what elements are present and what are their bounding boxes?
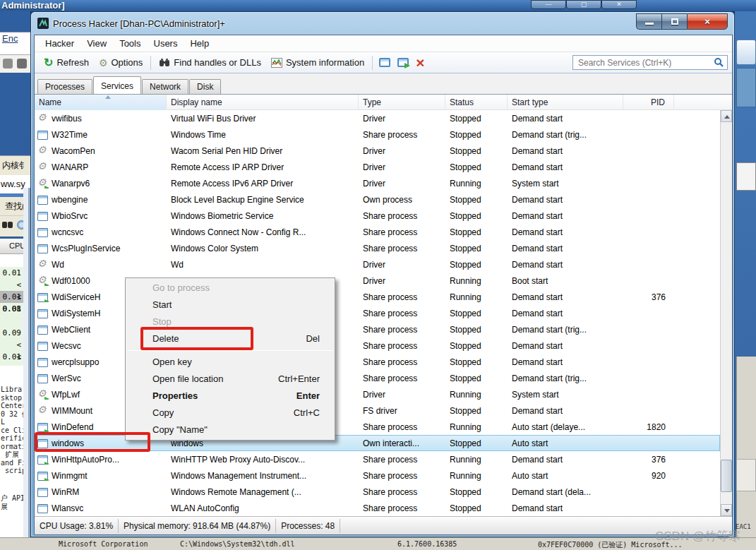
service-status: Stopped xyxy=(445,211,508,221)
column-header-pid[interactable]: PID xyxy=(623,95,674,110)
service-name: WANARP xyxy=(52,162,88,172)
scrollbar-thumb[interactable] xyxy=(721,460,732,492)
context-menu-item-copy[interactable]: Copy Ctrl+C xyxy=(126,405,335,422)
context-menu-item-copy-name[interactable]: Copy "Name" xyxy=(126,422,335,438)
service-window-arrow-icon xyxy=(397,58,409,67)
menu-help[interactable]: Help xyxy=(184,36,215,51)
scroll-down-button[interactable] xyxy=(721,504,732,516)
service-name: W32Time xyxy=(52,130,88,140)
options-button[interactable]: ⚙ Options xyxy=(94,55,148,70)
service-icon xyxy=(37,292,47,301)
service-display-name: Wacom Serial Pen HID Driver xyxy=(167,146,359,156)
context-menu-item-open-file-location[interactable]: Open file location Ctrl+Enter xyxy=(126,371,335,388)
magnifier-icon[interactable] xyxy=(714,57,724,68)
background-dll-version: 6.1.7600.16385 xyxy=(397,540,457,548)
context-menu-item-open-key[interactable]: Open key xyxy=(126,354,335,371)
service-start-type: Demand start (trig... xyxy=(508,373,623,383)
statusbar: CPU Usage: 3.81% Physical memory: 918.64… xyxy=(35,516,732,534)
background-dll-vendor: Microsoft Corporation xyxy=(59,540,148,548)
service-type: Driver xyxy=(359,146,445,156)
service-row[interactable]: Wd Wd Driver Stopped Demand start xyxy=(35,256,720,273)
service-type: Share process xyxy=(359,244,445,253)
close-button[interactable]: × xyxy=(687,13,728,30)
refresh-button[interactable]: ↻ Refresh xyxy=(39,55,94,70)
service-display-name: WLAN AutoConfig xyxy=(167,503,359,513)
context-menu-item-label: Copy "Name" xyxy=(152,424,208,435)
tab-processes[interactable]: Processes xyxy=(37,79,92,94)
toolbar: ↻ Refresh ⚙ Options Find handles or DLLs xyxy=(35,52,732,73)
background-find-fragment: 查找( xyxy=(5,201,25,213)
service-name: WebClient xyxy=(52,325,90,335)
service-type: Share process xyxy=(359,487,445,497)
column-header-type[interactable]: Type xyxy=(359,95,445,110)
tabbar: Processes Services Network Disk xyxy=(35,73,732,94)
start-service-button[interactable] xyxy=(376,56,394,69)
continue-service-button[interactable] xyxy=(394,56,412,69)
context-menu-item-label: Copy xyxy=(152,407,174,418)
column-header-start-type[interactable]: Start type xyxy=(508,95,623,110)
background-dll-path: C:\Windows\System32\tdh.dll xyxy=(180,540,295,548)
service-row[interactable]: WinHttpAutoPro... WinHTTP Web Proxy Auto… xyxy=(35,451,720,467)
minimize-button[interactable] xyxy=(636,13,661,30)
service-status: Stopped xyxy=(445,438,508,448)
service-start-type: Demand start xyxy=(508,244,623,253)
background-maximize-icon[interactable]: ▢ xyxy=(566,0,601,9)
menu-tools[interactable]: Tools xyxy=(113,36,147,51)
service-status: Stopped xyxy=(445,195,508,205)
service-status: Stopped xyxy=(445,130,508,140)
column-header-display-name[interactable]: Display name xyxy=(167,95,359,110)
status-physical-memory: Physical memory: 918.64 MB (44.87%) xyxy=(119,519,276,533)
tab-disk[interactable]: Disk xyxy=(189,79,221,94)
search-box xyxy=(572,55,728,70)
service-start-type: Demand start xyxy=(508,503,623,513)
arrow-up-icon xyxy=(724,115,730,119)
context-menu-item-start[interactable]: Start xyxy=(126,297,335,313)
service-type: Share process xyxy=(359,130,445,140)
maximize-button[interactable] xyxy=(661,13,687,30)
service-name: WdiSystemH xyxy=(52,309,100,318)
service-start-type: Auto start (delaye... xyxy=(508,422,623,432)
vertical-scrollbar[interactable] xyxy=(720,110,732,516)
service-display-name: Wd xyxy=(167,260,359,270)
service-icon xyxy=(37,244,47,253)
find-handles-button[interactable]: Find handles or DLLs xyxy=(154,55,266,70)
table-header: Name Display name Type Status Start type… xyxy=(35,95,732,110)
service-row[interactable]: WacomPen Wacom Serial Pen HID Driver Dri… xyxy=(35,143,720,159)
service-row[interactable]: Wlansvc WLAN AutoConfig Share process St… xyxy=(35,500,720,516)
service-row[interactable]: WbioSrvc Windows Biometric Service Share… xyxy=(35,208,720,224)
service-type: Share process xyxy=(359,341,445,351)
background-left-window-strip: Enc 内核钅 ww.sy 查找( CPU 0.01< 0.01< 0.010.… xyxy=(0,11,30,537)
column-header-status[interactable]: Status xyxy=(445,95,508,110)
menu-view[interactable]: View xyxy=(80,36,113,51)
stop-service-button[interactable]: × xyxy=(412,55,428,71)
service-row[interactable]: Winmgmt Windows Management Instrument...… xyxy=(35,467,720,484)
system-information-button[interactable]: System information xyxy=(266,55,369,70)
background-minimize-icon[interactable]: — xyxy=(531,0,566,9)
background-close-icon[interactable]: ✕ xyxy=(601,0,637,9)
tab-services[interactable]: Services xyxy=(93,76,141,94)
search-input[interactable] xyxy=(578,58,714,68)
service-row[interactable]: Wanarpv6 Remote Access IPv6 ARP Driver D… xyxy=(35,175,720,191)
service-row[interactable]: WANARP Remote Access IP ARP Driver Drive… xyxy=(35,159,720,175)
menu-users[interactable]: Users xyxy=(148,36,184,51)
service-row[interactable]: WcsPlugInService Windows Color System Sh… xyxy=(35,240,720,256)
menu-hacker[interactable]: Hacker xyxy=(39,36,80,51)
service-status: Stopped xyxy=(445,162,508,172)
service-row[interactable]: vwifibus Virtual WiFi Bus Driver Driver … xyxy=(35,110,720,126)
service-name: WIMMount xyxy=(52,406,92,416)
service-row[interactable]: wbengine Block Level Backup Engine Servi… xyxy=(35,191,720,208)
service-name: WcsPlugInService xyxy=(52,244,120,253)
service-row[interactable]: wcncsvc Windows Connect Now - Config R..… xyxy=(35,224,720,240)
service-icon xyxy=(37,227,47,237)
context-menu-item-properties[interactable]: Properties Enter xyxy=(126,388,335,405)
scroll-up-button[interactable] xyxy=(721,110,732,122)
service-row[interactable]: W32Time Windows Time Share process Stopp… xyxy=(35,126,720,143)
service-start-type: Auto start xyxy=(508,438,623,448)
column-header-name[interactable]: Name xyxy=(35,95,167,110)
tab-network[interactable]: Network xyxy=(142,79,188,94)
service-display-name: Windows Time xyxy=(167,130,359,140)
service-display-name: WinHTTP Web Proxy Auto-Discov... xyxy=(167,455,359,465)
context-menu-item-go-to-process[interactable]: Go to process xyxy=(126,280,335,297)
service-row[interactable]: WinRM Windows Remote Management (... Sha… xyxy=(35,484,720,500)
service-status: Running xyxy=(445,390,508,400)
